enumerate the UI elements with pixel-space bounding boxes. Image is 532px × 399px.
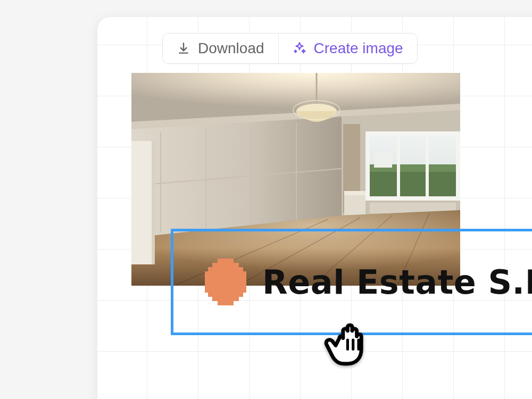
svg-rect-33 bbox=[208, 267, 243, 271]
svg-rect-27 bbox=[152, 141, 155, 264]
svg-rect-19 bbox=[344, 191, 365, 195]
svg-rect-26 bbox=[131, 141, 155, 264]
download-button[interactable]: Download bbox=[163, 34, 278, 63]
download-label: Download bbox=[198, 41, 264, 56]
svg-rect-35 bbox=[208, 293, 243, 297]
svg-rect-14 bbox=[374, 153, 392, 168]
svg-rect-36 bbox=[212, 297, 239, 301]
svg-rect-18 bbox=[344, 193, 365, 217]
canvas-toolbar: Download Create image bbox=[162, 33, 418, 64]
sparkle-icon bbox=[293, 41, 306, 55]
create-image-label: Create image bbox=[314, 41, 403, 56]
svg-rect-37 bbox=[218, 301, 234, 305]
download-icon bbox=[177, 41, 190, 55]
brand-logo-mark bbox=[203, 259, 248, 305]
svg-rect-31 bbox=[218, 259, 234, 263]
svg-rect-34 bbox=[205, 271, 246, 293]
brand-text: Real Estate S.L. bbox=[262, 263, 532, 302]
canvas-window: Download Create image bbox=[97, 17, 532, 399]
create-image-button[interactable]: Create image bbox=[278, 34, 417, 63]
svg-rect-32 bbox=[212, 263, 239, 267]
grab-cursor-icon bbox=[323, 311, 381, 369]
svg-rect-12 bbox=[370, 168, 456, 196]
